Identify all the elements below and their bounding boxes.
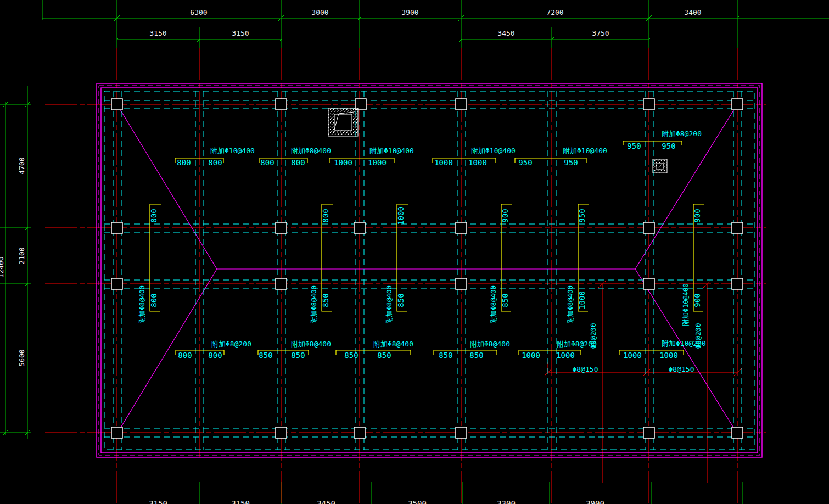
column-marker [111, 278, 122, 289]
dim-bottom: 3150 [149, 499, 167, 504]
column-marker [643, 222, 654, 233]
column-marker [732, 99, 743, 110]
rebar-dim: 1000 [396, 206, 405, 225]
opening-hatch-small [653, 159, 667, 173]
slab-edge [104, 91, 754, 450]
dim-top: 3000 [311, 8, 328, 16]
dim-bottom: 3450 [317, 499, 335, 504]
rebar-note: Φ8@200 [694, 323, 702, 349]
mid-band-labels: 800 800 附加Φ8@400 800 850 附加Φ8@400 1000 8… [138, 206, 702, 326]
rebar-label: 附加Φ8@400 [489, 285, 497, 324]
dim-top2: 3750 [592, 29, 609, 37]
columns [111, 99, 743, 438]
rebar-label: 附加Φ10@400 [210, 147, 255, 155]
grid-lines [45, 48, 766, 504]
rebar-label: 附加Φ10@400 [369, 147, 414, 155]
column-marker [643, 99, 654, 110]
column-marker [456, 222, 467, 233]
rebar-dim-brackets [150, 141, 704, 355]
rebar-dim: 950 [578, 209, 586, 222]
rebar-dim: 800 [208, 158, 222, 167]
rebar-dim: 1000 [368, 158, 387, 167]
rebar-dim: 950 [662, 142, 675, 150]
dim-top: 7200 [546, 8, 563, 16]
rebar-label: 附加Φ8@200 [211, 340, 251, 348]
rebar-dim: 800 [321, 209, 330, 222]
column-marker [111, 99, 122, 110]
dim-bottom: 3900 [586, 499, 604, 504]
rebar-notes: Φ8@150 Φ8@150 Φ8@200 Φ8@200 [573, 323, 702, 373]
column-marker [456, 278, 467, 289]
rebar-label: 附加Φ8@400 [291, 340, 331, 348]
rebar-dim: 1000 [659, 351, 678, 360]
bottom-band-labels: 附加Φ8@200 800 800 附加Φ8@400 850 850 附加Φ8@4… [178, 339, 705, 360]
dim-top2: 3450 [497, 29, 514, 37]
rebar-dim: 850 [439, 351, 452, 360]
column-marker [643, 278, 654, 289]
rebar-label: 附加Φ8@400 [470, 340, 510, 348]
rebar-dim: 850 [396, 293, 405, 307]
rebar-dim: 800 [208, 351, 222, 360]
rebar-dim: 850 [469, 351, 483, 360]
dim-top: 3400 [684, 8, 701, 16]
rebar-dim: 850 [501, 293, 509, 307]
column-marker [732, 427, 743, 438]
rebar-dim: 850 [377, 351, 391, 360]
dim-top: 6300 [190, 8, 207, 16]
rebar-dim: 800 [149, 293, 158, 307]
rebar-dim: 1000 [623, 351, 642, 360]
rebar-label: 附加Φ8@400 [310, 285, 318, 324]
rebar-dim: 1000 [556, 351, 575, 360]
wall-outline [97, 83, 762, 457]
rebar-label: 附加Φ8@400 [373, 340, 413, 348]
column-marker [276, 222, 287, 233]
column-marker [732, 278, 743, 289]
dim-top2: 3150 [149, 29, 166, 37]
column-marker [276, 427, 287, 438]
rebar-note: Φ8@150 [669, 365, 694, 373]
dim-bottom: 3150 [231, 499, 250, 504]
rebar-dim: 900 [693, 209, 702, 222]
rebar-dim: 850 [321, 293, 330, 307]
rebar-dim: 850 [344, 351, 358, 360]
rebar-dim: 950 [564, 158, 578, 167]
rebar-dim: 800 [149, 209, 158, 222]
rebar-dim: 800 [260, 158, 274, 167]
rebar-dim: 850 [291, 351, 305, 360]
dim-left: 2100 [18, 247, 26, 264]
rebar-dim: 950 [627, 142, 641, 150]
dim-top: 3900 [401, 8, 418, 16]
column-marker [354, 427, 365, 438]
cad-drawing-canvas[interactable]: 6300 3000 3900 7200 3400 3150 3150 3450 … [0, 0, 829, 504]
column-marker [354, 222, 365, 233]
opening-hatch-large [328, 108, 358, 136]
column-marker [732, 222, 743, 233]
rebar-dim: 950 [518, 158, 532, 167]
rebar-dim: 800 [177, 158, 191, 167]
dimension-lines [0, 0, 829, 504]
column-marker [111, 427, 122, 438]
dim-bottom: 3500 [408, 499, 427, 504]
dim-left: 5600 [18, 349, 26, 366]
dim-bottom: 3300 [497, 499, 516, 504]
dim-left-total: 12400 [0, 256, 5, 278]
rebar-note: Φ8@200 [589, 323, 597, 349]
rebar-label: 附加Φ10@400 [471, 147, 516, 155]
rebar-dim: 1000 [434, 158, 453, 167]
column-marker [276, 99, 287, 110]
rebar-dim: 900 [693, 293, 702, 307]
rebar-label: 附加Φ10@400 [563, 147, 607, 155]
rebar-dim: 800 [178, 351, 192, 360]
top-band-labels: 附加Φ10@400 800 800 附加Φ8@400 800 800 附加Φ10… [177, 130, 702, 167]
rebar-dim: 1000 [578, 291, 586, 310]
column-marker [456, 427, 467, 438]
rebar-dim: 800 [291, 158, 305, 167]
rebar-dim: 900 [501, 209, 509, 222]
rebar-note: Φ8@150 [573, 365, 598, 373]
rebar-label: 附加Φ8@400 [385, 285, 393, 324]
dimension-texts: 6300 3000 3900 7200 3400 3150 3150 3450 … [0, 8, 702, 504]
rebar-dim: 850 [259, 351, 272, 360]
column-marker [643, 427, 654, 438]
column-marker [111, 222, 122, 233]
rebar-label: 附加Φ8@400 [291, 147, 331, 155]
